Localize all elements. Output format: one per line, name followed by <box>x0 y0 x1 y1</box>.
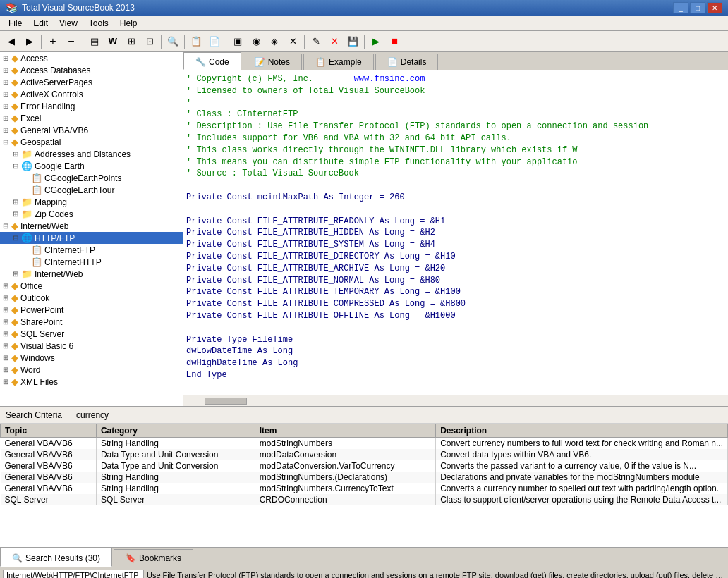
tree-item[interactable]: ⊞ 📁 Zip Codes <box>0 208 183 220</box>
tree-item-label: Error Handling <box>20 102 75 111</box>
code-editor[interactable]: ' Copyright (c) FMS, Inc. www.fmsinc.com… <box>183 70 728 395</box>
tab-notes[interactable]: 📝 Notes <box>243 54 302 70</box>
tab-example[interactable]: 📋 Example <box>303 54 374 70</box>
toolbar-btn-4[interactable]: W <box>104 33 121 50</box>
minimize-button[interactable]: _ <box>673 2 688 13</box>
code-horizontal-scrollbar[interactable] <box>183 395 728 406</box>
stop-button[interactable]: ⏹ <box>386 33 403 50</box>
table-row[interactable]: General VBA/VB6String HandlingmodStringN… <box>1 438 728 450</box>
tree-item[interactable]: ⊞ 📁 Addresses and Distances <box>0 148 183 160</box>
notes-tab-label: Notes <box>268 57 290 67</box>
tree-item[interactable]: ⊞ ◆ SQL Server <box>0 328 183 340</box>
tree-folder-icon: 📋 <box>31 245 42 255</box>
back-button[interactable]: ◀ <box>3 33 20 50</box>
tree-expand-icon: ⊞ <box>13 150 21 158</box>
tree-item[interactable]: ⊞ ◆ ActiveX Controls <box>0 88 183 100</box>
window-controls: _ □ ✕ <box>673 2 722 13</box>
add-button[interactable]: + <box>44 33 61 50</box>
bookmarks-label: Bookmarks <box>139 553 181 563</box>
search-criteria-value: currency <box>76 410 109 420</box>
table-row[interactable]: General VBA/VB6Data Type and Unit Conver… <box>1 460 728 472</box>
tree-folder-icon: ◆ <box>11 125 18 135</box>
hyperlink[interactable]: www.fmsinc.com <box>354 74 425 84</box>
edit-button[interactable]: ✎ <box>308 33 324 50</box>
tree-item[interactable]: 📋 CInternetFTP <box>0 244 183 256</box>
details-tab-icon: 📄 <box>387 57 398 67</box>
toolbar-btn-9[interactable]: ◈ <box>266 33 283 50</box>
tree-item[interactable]: ⊞ ◆ ActiveServerPages <box>0 76 183 88</box>
tree-item[interactable]: ⊞ ◆ Error Handling <box>0 100 183 112</box>
tree-item-label: Mapping <box>35 197 67 207</box>
tab-search-results[interactable]: 🔍 Search Results (30) <box>0 548 112 567</box>
menu-help[interactable]: Help <box>114 17 143 30</box>
maximize-button[interactable]: □ <box>690 2 705 13</box>
tree-item[interactable]: ⊞ ◆ Word <box>0 364 183 376</box>
run-button[interactable]: ▶ <box>368 33 384 50</box>
menu-tools[interactable]: Tools <box>83 17 114 30</box>
table-row[interactable]: General VBA/VB6String HandlingmodStringN… <box>1 483 728 494</box>
tree-item[interactable]: ⊟ 🌐 HTTP/FTP <box>0 232 183 244</box>
col-description: Description <box>436 424 728 438</box>
tree-panel: ⊞ ◆ Access ⊞ ◆ Access Databases ⊞ ◆ Acti… <box>0 52 183 406</box>
paste-button[interactable]: 📄 <box>206 33 223 50</box>
menu-edit[interactable]: Edit <box>28 17 54 30</box>
toolbar-separator-2 <box>83 35 83 49</box>
tree-item[interactable]: ⊞ ◆ SharePoint <box>0 316 183 328</box>
code-line: End Type <box>186 369 725 381</box>
tree-item[interactable]: ⊞ ◆ Outlook <box>0 292 183 304</box>
delete-button[interactable]: ✕ <box>326 33 343 50</box>
tab-bookmarks[interactable]: 🔖 Bookmarks <box>114 549 193 567</box>
tree-folder-icon: 📁 <box>21 269 32 279</box>
tree-item[interactable]: ⊞ ◆ Access <box>0 52 183 64</box>
menu-view[interactable]: View <box>54 17 83 30</box>
tree-item[interactable]: ⊞ ◆ Visual Basic 6 <box>0 340 183 352</box>
tree-expand-icon: ⊞ <box>3 102 11 110</box>
toolbar-btn-6[interactable]: ⊡ <box>141 33 158 50</box>
save-button[interactable]: 💾 <box>344 33 361 50</box>
toolbar-btn-5[interactable]: ⊞ <box>123 33 140 50</box>
tree-item[interactable]: ⊞ ◆ Excel <box>0 112 183 124</box>
toolbar-btn-8[interactable]: ◉ <box>248 33 265 50</box>
tree-item[interactable]: ⊟ ◆ Internet/Web <box>0 220 183 232</box>
toolbar-btn-10[interactable]: ✕ <box>284 33 301 50</box>
toolbar-btn-7[interactable]: ▣ <box>229 33 246 50</box>
tree-item[interactable]: ⊟ ◆ Geospatial <box>0 136 183 148</box>
tree-expand-icon: ⊞ <box>3 330 11 338</box>
tree-item[interactable]: ⊞ ◆ Windows <box>0 352 183 364</box>
tree-item[interactable]: 📋 CInternetHTTP <box>0 256 183 268</box>
tree-item-label: Outlook <box>20 293 49 303</box>
tree-folder-icon: 📋 <box>31 185 42 195</box>
copy-button[interactable]: 📋 <box>188 33 205 50</box>
tree-item[interactable]: 📋 CGoogleEarthPoints <box>0 172 183 184</box>
code-tab-label: Code <box>209 57 229 67</box>
tree-folder-icon: ◆ <box>11 53 18 63</box>
menu-file[interactable]: File <box>3 17 28 30</box>
tree-item-label: CInternetFTP <box>44 245 95 255</box>
tree-expand-icon: ⊞ <box>3 66 11 74</box>
search-button[interactable]: 🔍 <box>164 33 181 50</box>
table-row[interactable]: SQL ServerSQL ServerCRDOConnectionClass … <box>1 494 728 505</box>
tree-item[interactable]: 📋 CGoogleEarthTour <box>0 184 183 196</box>
tab-code[interactable]: 🔧 Code <box>183 52 241 70</box>
cell-item: modStringNumbers.CurrencyToText <box>255 483 435 494</box>
table-row[interactable]: General VBA/VB6Data Type and Unit Conver… <box>1 449 728 460</box>
close-button[interactable]: ✕ <box>707 2 722 13</box>
code-line: Private Const FILE_ATTRIBUTE_ARCHIVE As … <box>186 263 725 275</box>
tab-details[interactable]: 📄 Details <box>375 54 439 70</box>
code-line: dwLowDateTime As Long <box>186 345 725 357</box>
tree-item-label: Google Earth <box>35 161 85 171</box>
table-row[interactable]: General VBA/VB6String HandlingmodStringN… <box>1 472 728 483</box>
tree-item[interactable]: ⊟ 🌐 Google Earth <box>0 160 183 172</box>
cell-topic: General VBA/VB6 <box>1 472 97 483</box>
forward-button[interactable]: ▶ <box>21 33 38 50</box>
tree-item[interactable]: ⊞ 📁 Internet/Web <box>0 268 183 280</box>
tree-item[interactable]: ⊞ ◆ Access Databases <box>0 64 183 76</box>
remove-button[interactable]: − <box>63 33 80 50</box>
tree-item[interactable]: ⊞ ◆ PowerPoint <box>0 304 183 316</box>
tree-item[interactable]: ⊞ 📁 Mapping <box>0 196 183 208</box>
tree-folder-icon: ◆ <box>11 65 18 75</box>
tree-item[interactable]: ⊞ ◆ XML Files <box>0 376 183 388</box>
tree-item[interactable]: ⊞ ◆ General VBA/VB6 <box>0 124 183 136</box>
tree-item[interactable]: ⊞ ◆ Office <box>0 280 183 292</box>
toolbar-btn-3[interactable]: ▤ <box>86 33 103 50</box>
